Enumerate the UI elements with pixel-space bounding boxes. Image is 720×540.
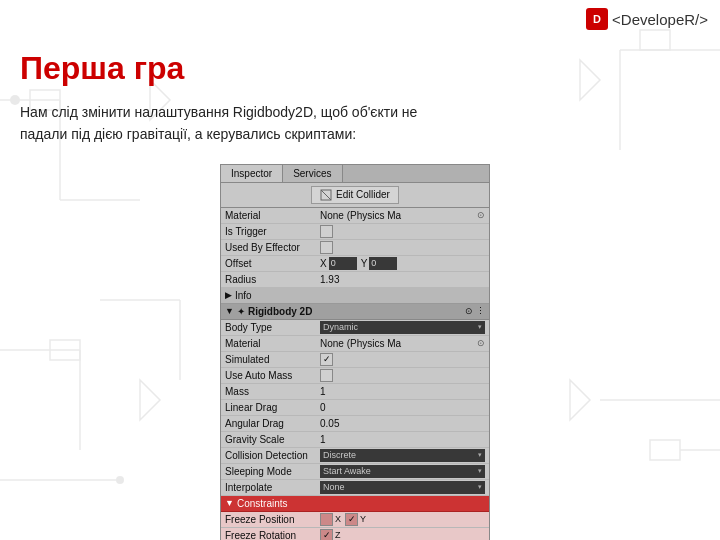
- used-by-effector-checkbox[interactable]: [320, 241, 333, 254]
- use-auto-mass-label: Use Auto Mass: [225, 370, 320, 381]
- inspector-tabs: Inspector Services: [221, 165, 489, 183]
- page-title: Перша гра: [20, 50, 690, 87]
- is-trigger-label: Is Trigger: [225, 226, 320, 237]
- gravity-scale-value: 1: [320, 434, 485, 445]
- simulated-checkbox[interactable]: [320, 353, 333, 366]
- material-value: None (Physics Ma: [320, 210, 477, 221]
- angular-drag-row: Angular Drag 0.05: [221, 416, 489, 432]
- rb-material-label: Material: [225, 338, 320, 349]
- rb-material-value: None (Physics Ma: [320, 338, 477, 349]
- interpolate-dropdown[interactable]: None ▾: [320, 481, 485, 494]
- info-section[interactable]: ▶ Info: [221, 288, 489, 304]
- mass-label: Mass: [225, 386, 320, 397]
- sleeping-mode-label: Sleeping Mode: [225, 466, 320, 477]
- used-by-effector-label: Used By Effector: [225, 242, 320, 253]
- use-auto-mass-checkbox[interactable]: [320, 369, 333, 382]
- body-type-label: Body Type: [225, 322, 320, 333]
- body-type-dropdown[interactable]: Dynamic ▾: [320, 321, 485, 334]
- collision-detection-dropdown[interactable]: Discrete ▾: [320, 449, 485, 462]
- edit-collider-button[interactable]: Edit Collider: [311, 186, 399, 204]
- linear-drag-value: 0: [320, 402, 485, 413]
- mass-value: 1: [320, 386, 485, 397]
- constraints-header[interactable]: ▼ Constraints: [221, 496, 489, 512]
- tab-inspector[interactable]: Inspector: [221, 165, 283, 182]
- interpolate-label: Interpolate: [225, 482, 320, 493]
- material-label: Material: [225, 210, 320, 221]
- is-trigger-row: Is Trigger: [221, 224, 489, 240]
- freeze-pos-x[interactable]: X: [320, 513, 341, 526]
- collision-detection-label: Collision Detection: [225, 450, 320, 461]
- offset-x-label: X: [320, 258, 327, 269]
- body-type-row: Body Type Dynamic ▾: [221, 320, 489, 336]
- constraints-label: Constraints: [237, 498, 288, 509]
- tab-services[interactable]: Services: [283, 165, 342, 182]
- freeze-position-row: Freeze Position X Y: [221, 512, 489, 528]
- offset-x-input[interactable]: [329, 257, 357, 270]
- collision-detection-row: Collision Detection Discrete ▾: [221, 448, 489, 464]
- angular-drag-value: 0.05: [320, 418, 485, 429]
- radius-label: Radius: [225, 274, 320, 285]
- gravity-scale-row: Gravity Scale 1: [221, 432, 489, 448]
- angular-drag-label: Angular Drag: [225, 418, 320, 429]
- freeze-rotation-label: Freeze Rotation: [225, 530, 320, 540]
- edit-icon: [320, 189, 332, 201]
- logo-text: <DevelopeR/>: [612, 11, 708, 28]
- logo-icon: D: [586, 8, 608, 30]
- simulated-row: Simulated: [221, 352, 489, 368]
- rigidbody-header: ▼ ✦ Rigidbody 2D ⊙ ⋮: [221, 304, 489, 320]
- mass-row: Mass 1: [221, 384, 489, 400]
- radius-value: 1.93: [320, 274, 485, 285]
- sleeping-mode-dropdown[interactable]: Start Awake ▾: [320, 465, 485, 478]
- description-text: Нам слід змінити налаштування Rigidbody2…: [20, 101, 690, 146]
- used-by-effector-row: Used By Effector: [221, 240, 489, 256]
- freeze-pos-y[interactable]: Y: [345, 513, 366, 526]
- inspector-panel: Inspector Services Edit Collider M: [220, 164, 490, 540]
- simulated-label: Simulated: [225, 354, 320, 365]
- material-row: Material None (Physics Ma ⊙: [221, 208, 489, 224]
- freeze-rotation-row: Freeze Rotation Z: [221, 528, 489, 540]
- offset-y-input[interactable]: [369, 257, 397, 270]
- rb-material-row: Material None (Physics Ma ⊙: [221, 336, 489, 352]
- radius-row: Radius 1.93: [221, 272, 489, 288]
- offset-row: Offset X Y: [221, 256, 489, 272]
- edit-collider-area: Edit Collider: [221, 183, 489, 208]
- logo-area: D <DevelopeR/>: [586, 8, 708, 30]
- freeze-position-label: Freeze Position: [225, 514, 320, 525]
- linear-drag-row: Linear Drag 0: [221, 400, 489, 416]
- interpolate-row: Interpolate None ▾: [221, 480, 489, 496]
- rigidbody-title: Rigidbody 2D: [248, 306, 465, 317]
- svg-line-23: [321, 190, 331, 200]
- is-trigger-checkbox[interactable]: [320, 225, 333, 238]
- gravity-scale-label: Gravity Scale: [225, 434, 320, 445]
- offset-label: Offset: [225, 258, 320, 269]
- sleeping-mode-row: Sleeping Mode Start Awake ▾: [221, 464, 489, 480]
- offset-y-label: Y: [361, 258, 368, 269]
- freeze-rot-z[interactable]: Z: [320, 529, 341, 540]
- use-auto-mass-row: Use Auto Mass: [221, 368, 489, 384]
- linear-drag-label: Linear Drag: [225, 402, 320, 413]
